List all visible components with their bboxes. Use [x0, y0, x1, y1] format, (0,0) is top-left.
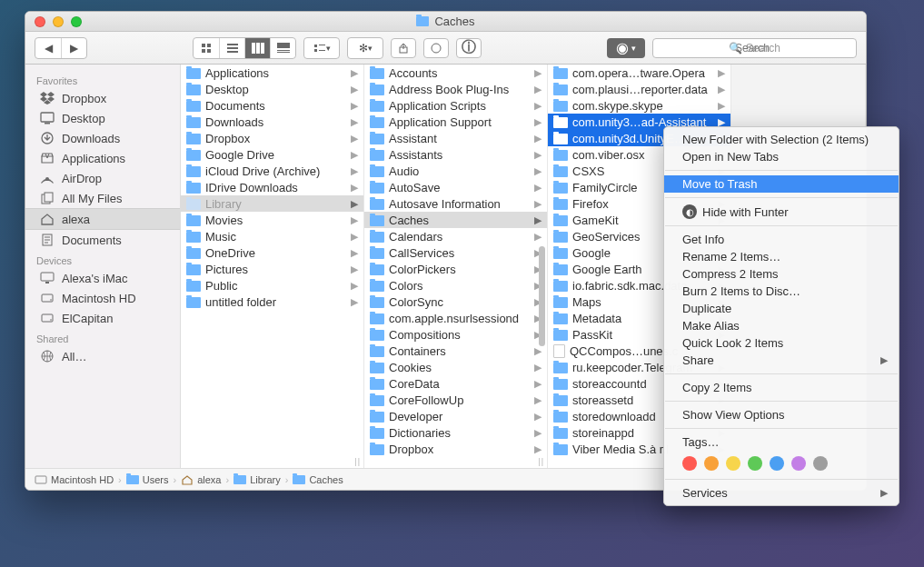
ctx-compress-2-items[interactable]: Compress 2 Items: [664, 265, 899, 283]
view-columns-button[interactable]: [244, 38, 270, 58]
file-item[interactable]: Pictures▶: [181, 261, 363, 277]
column-resize-handle[interactable]: ||: [354, 457, 361, 466]
file-item[interactable]: ColorPickers▶: [364, 261, 547, 277]
ctx-quick-look-2-items[interactable]: Quick Look 2 Items: [664, 334, 899, 352]
view-icon-button[interactable]: [194, 38, 219, 58]
ctx-new-folder-with-selection-2-items-[interactable]: New Folder with Selection (2 Items): [664, 131, 899, 148]
file-item[interactable]: ColorSync▶: [364, 293, 547, 310]
file-item[interactable]: Audio▶: [364, 163, 547, 179]
file-item[interactable]: com.plausi…reporter.data▶: [548, 81, 730, 97]
ctx-services[interactable]: Services▶: [664, 484, 899, 502]
tag-color[interactable]: [770, 456, 784, 471]
tag-color[interactable]: [748, 456, 762, 471]
scrollbar[interactable]: [539, 246, 545, 346]
file-item[interactable]: Assistant▶: [364, 130, 547, 146]
file-item[interactable]: Application Scripts▶: [364, 97, 547, 114]
back-button[interactable]: ◀: [35, 38, 61, 58]
ctx-make-alias[interactable]: Make Alias: [664, 317, 899, 334]
file-item[interactable]: Calendars▶: [364, 228, 547, 244]
view-list-button[interactable]: [219, 38, 244, 58]
sidebar-item-airdrop[interactable]: AirDrop: [25, 168, 180, 188]
arrange-button[interactable]: ▾: [304, 38, 339, 58]
file-item[interactable]: Google Drive▶: [181, 146, 363, 163]
file-item[interactable]: Library▶: [181, 195, 363, 212]
file-item[interactable]: com.skype.skype▶: [548, 97, 730, 114]
sidebar-item-applications[interactable]: Applications: [25, 148, 180, 168]
file-item[interactable]: Applications▶: [181, 65, 363, 81]
file-item[interactable]: CoreData▶: [364, 375, 547, 392]
ctx-burn-2-items-to-disc-[interactable]: Burn 2 Items to Disc…: [664, 283, 899, 300]
file-item[interactable]: Public▶: [181, 277, 363, 293]
ctx-move-to-trash[interactable]: Move to Trash: [664, 175, 899, 193]
sidebar-item-downloads[interactable]: Downloads: [25, 128, 180, 148]
file-item[interactable]: Developer▶: [364, 408, 547, 424]
view-coverflow-button[interactable]: [270, 38, 295, 58]
column-resize-handle[interactable]: ||: [538, 457, 544, 466]
file-item[interactable]: Assistants▶: [364, 146, 547, 163]
file-item[interactable]: Containers▶: [364, 343, 547, 359]
ctx-show-view-options[interactable]: Show View Options: [664, 406, 899, 423]
path-segment[interactable]: Library: [233, 474, 281, 485]
file-item[interactable]: Dropbox▶: [364, 441, 547, 457]
path-segment[interactable]: Caches: [293, 474, 343, 485]
info-button[interactable]: ⓘ: [456, 38, 482, 58]
ctx-copy-2-items[interactable]: Copy 2 Items: [664, 379, 899, 396]
ctx-share[interactable]: Share▶: [664, 352, 899, 369]
file-item[interactable]: Music▶: [181, 228, 363, 244]
tag-color[interactable]: [682, 456, 697, 471]
sidebar-item-documents[interactable]: Documents: [25, 230, 180, 250]
ctx-duplicate[interactable]: Duplicate: [664, 300, 899, 317]
file-item[interactable]: Autosave Information▶: [364, 195, 547, 212]
file-item[interactable]: Accounts▶: [364, 65, 547, 81]
file-item[interactable]: Colors▶: [364, 277, 547, 293]
file-item[interactable]: Cookies▶: [364, 359, 547, 375]
forward-button[interactable]: ▶: [61, 38, 86, 58]
minimize-window-button[interactable]: [53, 16, 64, 27]
path-segment[interactable]: Users: [126, 474, 169, 485]
sidebar-item-all-my-files[interactable]: All My Files: [25, 188, 180, 208]
sidebar-item-alexa[interactable]: alexa: [25, 208, 180, 230]
search-field[interactable]: 🔍Search: [652, 38, 857, 58]
tag-color[interactable]: [704, 456, 719, 471]
sidebar-item-alexa-s-imac[interactable]: Alexa's iMac: [25, 268, 180, 288]
file-item[interactable]: CoreFollowUp▶: [364, 392, 547, 408]
file-item[interactable]: com.opera…tware.Opera▶: [548, 65, 730, 81]
path-segment[interactable]: Macintosh HD: [35, 474, 114, 485]
ctx-tags-[interactable]: Tags…: [664, 433, 899, 451]
file-item[interactable]: Movies▶: [181, 212, 363, 228]
file-item[interactable]: IDrive Downloads▶: [181, 179, 363, 195]
sidebar-item-macintosh-hd[interactable]: Macintosh HD: [25, 288, 180, 308]
file-item[interactable]: iCloud Drive (Archive)▶: [181, 163, 363, 179]
ctx-rename-2-items-[interactable]: Rename 2 Items…: [664, 248, 899, 265]
tag-color[interactable]: [813, 456, 828, 471]
quicklook-button[interactable]: ◉ ▾: [607, 38, 645, 58]
tags-button[interactable]: [423, 38, 449, 58]
file-item[interactable]: com.apple.nsurlsessiond▶: [364, 310, 547, 326]
ctx-open-in-new-tabs[interactable]: Open in New Tabs: [664, 148, 899, 165]
tag-color[interactable]: [791, 456, 806, 471]
ctx-get-info[interactable]: Get Info: [664, 231, 899, 248]
file-item[interactable]: AutoSave▶: [364, 179, 547, 195]
search-input[interactable]: [653, 39, 856, 57]
zoom-window-button[interactable]: [71, 16, 82, 27]
sidebar-item-dropbox[interactable]: Dropbox: [25, 88, 180, 108]
file-item[interactable]: CallServices▶: [364, 244, 547, 261]
file-item[interactable]: Dropbox▶: [181, 130, 363, 146]
file-item[interactable]: Compositions▶: [364, 326, 547, 343]
tag-color[interactable]: [726, 456, 740, 471]
sidebar-item-all-[interactable]: All…: [25, 346, 180, 366]
close-window-button[interactable]: [35, 16, 45, 27]
share-button[interactable]: [391, 38, 416, 58]
file-item[interactable]: OneDrive▶: [181, 244, 363, 261]
file-item[interactable]: Documents▶: [181, 97, 363, 114]
file-item[interactable]: Caches▶: [364, 212, 547, 228]
sidebar-item-elcapitan[interactable]: ElCapitan: [25, 308, 180, 328]
file-item[interactable]: Address Book Plug-Ins▶: [364, 81, 547, 97]
file-item[interactable]: untitled folder▶: [181, 293, 363, 310]
file-item[interactable]: Downloads▶: [181, 114, 363, 130]
action-menu-button[interactable]: ✻ ▾: [348, 38, 383, 58]
path-segment[interactable]: alexa: [181, 474, 221, 485]
file-item[interactable]: Desktop▶: [181, 81, 363, 97]
file-item[interactable]: Application Support▶: [364, 114, 547, 130]
sidebar-item-desktop[interactable]: Desktop: [25, 108, 180, 128]
